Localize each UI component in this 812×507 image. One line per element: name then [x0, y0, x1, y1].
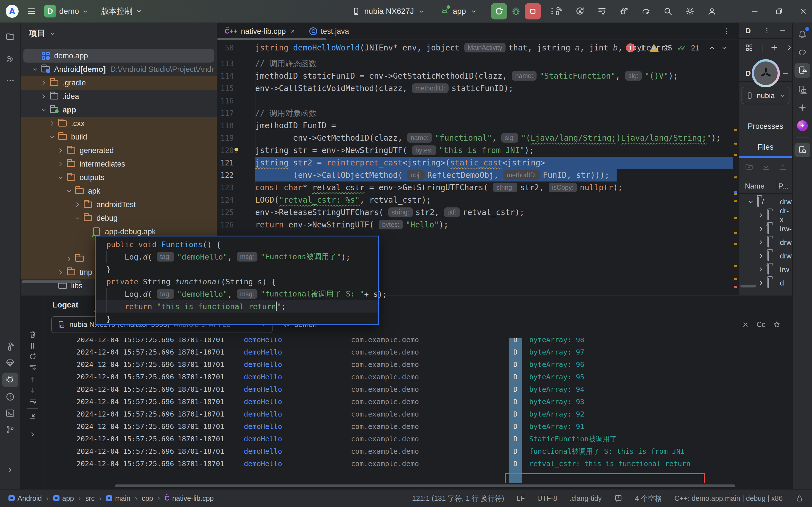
chevron-right-icon[interactable]: [47, 119, 57, 128]
running-devices-toolwindow-icon[interactable]: [795, 63, 810, 78]
account-profile-icon[interactable]: [707, 6, 717, 16]
files-col-name[interactable]: Name: [745, 182, 764, 190]
tree-item-intermediates[interactable]: intermediates: [20, 157, 217, 171]
breadcrumb-Android[interactable]: Android: [8, 494, 42, 503]
chevron-right-icon[interactable]: [56, 146, 65, 155]
code-line-124[interactable]: 124LOGD("retval_cstr: %s", retval_cstr);: [217, 194, 738, 206]
search-everywhere-icon[interactable]: [663, 6, 673, 16]
build-target-info[interactable]: C++: demo.app.main | debug | x86: [674, 494, 783, 503]
tree-item-.idea[interactable]: .idea: [20, 90, 217, 103]
chevron-down-icon[interactable]: [73, 213, 82, 223]
chevron-right-icon[interactable]: [73, 200, 82, 209]
rpanel-kebab-icon[interactable]: [763, 27, 770, 35]
tree-item-debug[interactable]: debug: [20, 211, 217, 225]
git-toolwindow-icon[interactable]: [2, 422, 18, 437]
rpanel-hide-icon[interactable]: [779, 27, 787, 35]
favorite-filter-star-icon[interactable]: [772, 321, 781, 329]
attach-debugger-icon[interactable]: [619, 6, 629, 16]
code-line-114[interactable]: 114jmethodID staticFunID = env->GetStati…: [217, 70, 738, 82]
log-row[interactable]: 2024-12-04 15:57:25.69618701-18701demoHe…: [45, 445, 792, 458]
indent-info[interactable]: 4 个空格: [635, 494, 662, 503]
code-line-123[interactable]: 123const char* retval_cstr = env->GetStr…: [217, 181, 738, 194]
chevron-right-icon[interactable]: [39, 78, 49, 88]
tree-item-androidTest[interactable]: androidTest: [20, 198, 217, 211]
chevron-down-icon[interactable]: [64, 186, 74, 196]
logcat-toolwindow-icon[interactable]: [2, 373, 18, 387]
code-line-126[interactable]: 126return env->NewStringUTF( bytes:"Hell…: [217, 219, 738, 231]
tabs-scrollbar[interactable]: [217, 38, 326, 40]
code-line-125[interactable]: 125env->ReleaseStringUTFChars( string:st…: [217, 206, 738, 219]
code-line-113[interactable]: 113// 调用静态函数: [217, 57, 738, 70]
window-close-icon[interactable]: [799, 7, 808, 15]
file-row[interactable]: lrw-: [739, 263, 792, 276]
clear-logcat-icon[interactable]: [29, 330, 37, 339]
intention-bulb-icon[interactable]: [233, 146, 240, 155]
file-row[interactable]: drw: [739, 236, 792, 249]
match-case-toggle[interactable]: Cc: [756, 321, 765, 329]
chevron-down-icon[interactable]: [418, 8, 425, 15]
run-config-selector[interactable]: app: [453, 7, 466, 16]
readonly-lock-icon[interactable]: [795, 494, 804, 503]
log-row[interactable]: 2024-12-04 15:57:25.69618701-18701demoHe…: [45, 346, 792, 358]
vcs-widget[interactable]: 版本控制: [101, 6, 143, 17]
file-row[interactable]: d: [739, 276, 792, 290]
tree-item-.gradle[interactable]: .gradle: [20, 76, 217, 90]
chevron-down-icon[interactable]: [470, 8, 477, 15]
tab-processes[interactable]: Processes: [748, 122, 783, 131]
project-toolwindow-icon[interactable]: [2, 29, 18, 44]
chevron-down-icon[interactable]: [747, 198, 755, 206]
gradle-toolwindow-icon[interactable]: [795, 45, 810, 59]
editor-kebab-icon[interactable]: [722, 27, 731, 36]
tree-item-app[interactable]: app: [20, 103, 217, 117]
prev-problem-icon[interactable]: [708, 44, 716, 52]
restart-logcat-icon[interactable]: [29, 352, 37, 361]
upload-file-icon[interactable]: [779, 163, 787, 171]
logcat-hscrollbar[interactable]: [115, 485, 735, 487]
line-ending[interactable]: LF: [517, 494, 525, 503]
next-problem-icon[interactable]: [721, 44, 728, 52]
sync-project-icon[interactable]: [575, 6, 585, 16]
tree-item-outputs[interactable]: outputs: [20, 171, 217, 184]
log-row[interactable]: 2024-12-04 15:57:25.69618701-18701demoHe…: [45, 396, 792, 408]
settings-gear-icon[interactable]: [685, 6, 695, 16]
tab-test.java[interactable]: Ctest.java: [302, 23, 357, 40]
tree-item-apk[interactable]: apk: [20, 184, 217, 198]
log-row[interactable]: 2024-12-04 15:57:25.69618701-18701demoHe…: [45, 433, 792, 445]
device-manager-toolwindow-icon[interactable]: [795, 82, 810, 97]
debug-button[interactable]: [511, 6, 521, 16]
tree-item-build[interactable]: build: [20, 130, 217, 144]
tree-item-generated[interactable]: generated: [20, 144, 217, 157]
file-row[interactable]: lrw-: [739, 222, 792, 236]
chevron-right-icon[interactable]: [64, 254, 74, 264]
project-hscrollbar[interactable]: [22, 280, 81, 283]
resource-manager-icon[interactable]: [2, 356, 18, 370]
next-occurrence-icon[interactable]: [29, 386, 37, 395]
rerun-button[interactable]: [491, 3, 507, 19]
log-row[interactable]: 2024-12-04 15:57:25.69618701-18701demoHe…: [45, 338, 792, 346]
stop-button[interactable]: [525, 3, 541, 19]
project-selector[interactable]: D demo: [44, 5, 89, 17]
logcat-list[interactable]: 2024-12-04 15:57:25.69618701-18701demoHe…: [45, 338, 792, 483]
expand-panel-icon[interactable]: [786, 44, 792, 51]
device-explorer-toolwindow-icon[interactable]: [795, 143, 810, 157]
code-line-122[interactable]: 122 (env->CallObjectMethod( obj:ReflectD…: [217, 169, 738, 181]
soft-wrap-icon[interactable]: [29, 397, 37, 406]
chevron-right-icon[interactable]: [757, 212, 765, 219]
chevron-right-icon[interactable]: [56, 268, 65, 277]
chevron-right-icon[interactable]: [56, 159, 65, 169]
chevron-down-icon[interactable]: [31, 64, 40, 74]
chevron-right-icon[interactable]: [757, 252, 765, 260]
device-explorer-hide-icon[interactable]: [782, 70, 789, 77]
tab-native-lib.cpp[interactable]: C̃++native-lib.cpp×: [217, 23, 302, 40]
breadcrumb-app[interactable]: app: [53, 494, 74, 503]
gradle-sync-elephant-icon[interactable]: [641, 6, 651, 16]
download-file-icon[interactable]: [762, 163, 770, 171]
code-line-119[interactable]: 119 env->GetMethodID(clazz, name:"functi…: [217, 132, 738, 144]
chevron-right-icon[interactable]: [757, 239, 765, 246]
breadcrumb-native-lib.cpp[interactable]: C̃native-lib.cpp: [164, 494, 214, 503]
breadcrumb-cpp[interactable]: cpp: [142, 494, 153, 503]
chevron-right-icon[interactable]: [757, 279, 765, 287]
add-device-icon[interactable]: [770, 43, 778, 52]
build-hammer-icon[interactable]: [553, 6, 563, 16]
explorer-device-selector[interactable]: nubia: [742, 87, 790, 104]
